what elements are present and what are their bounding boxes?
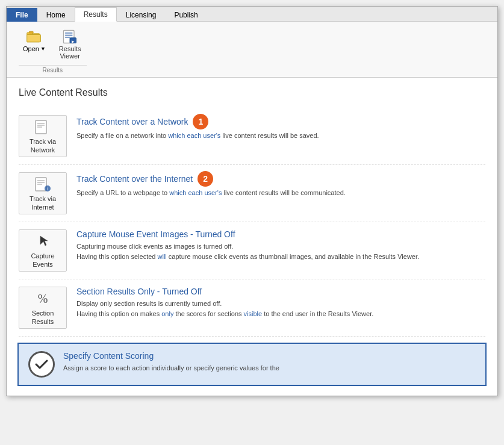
track-network-text: Track Content over a Network 1 Specify a… (76, 115, 485, 141)
tab-results[interactable]: Results (75, 7, 117, 22)
highlighted-action-desc: Assign a score to each action individual… (63, 363, 279, 373)
capture-events-icon (34, 232, 51, 249)
action-item-capture-events: Capture Events Capture Mouse Event Image… (19, 222, 485, 279)
checkmark-icon (33, 356, 50, 373)
app-window: File Home Results Licensing Publish (6, 6, 498, 396)
main-content: Live Content Results Track via Network T… (7, 78, 497, 396)
capture-events-text: Capture Mouse Event Images - Turned Off … (76, 229, 485, 261)
highlighted-action-text: Specify Content Scoring Assign a score t… (63, 351, 279, 373)
highlighted-action-item[interactable]: Specify Content Scoring Assign a score t… (17, 343, 487, 386)
results-viewer-icon: ▶ (61, 28, 78, 45)
track-internet-button[interactable]: i Track via Internet (19, 172, 67, 214)
section-results-button[interactable]: % Section Results (19, 287, 67, 329)
section-results-icon: % (34, 290, 51, 307)
results-viewer-button[interactable]: ▶ Results Viewer (54, 25, 87, 63)
capture-events-button[interactable]: Capture Events (19, 229, 67, 272)
svg-rect-3 (29, 31, 33, 33)
action-item-track-internet: i Track via Internet Track Content over … (19, 165, 485, 222)
capture-events-title: Capture Mouse Event Images - Turned Off (76, 229, 235, 239)
tab-home[interactable]: Home (37, 8, 75, 22)
ribbon-group-label: Results (19, 65, 87, 73)
step-badge-2: 2 (198, 171, 213, 187)
track-network-button[interactable]: Track via Network (19, 115, 67, 157)
track-internet-label: Track via Internet (30, 194, 56, 212)
ribbon-content: Open ▼ ▶ Resu (7, 22, 497, 77)
track-internet-title: Track Content over the Internet (76, 174, 193, 184)
tab-file[interactable]: File (7, 8, 37, 22)
track-internet-desc: Specify a URL to a webpage to which each… (76, 188, 485, 198)
section-results-desc: Display only section results is currentl… (76, 299, 485, 319)
track-network-label: Track via Network (30, 137, 56, 155)
checkmark-circle (28, 351, 55, 378)
tab-publish[interactable]: Publish (165, 8, 207, 22)
capture-events-desc: Capturing mouse click events as images i… (76, 241, 485, 261)
open-button-top (26, 28, 43, 45)
svg-text:%: % (38, 292, 48, 305)
track-internet-text: Track Content over the Internet 2 Specif… (76, 172, 485, 198)
track-network-title-row: Track Content over a Network 1 (76, 115, 485, 131)
results-viewer-label: Results Viewer (59, 45, 81, 60)
open-button[interactable]: Open ▼ (19, 25, 50, 63)
highlighted-title-row: Specify Content Scoring (63, 351, 279, 363)
track-internet-title-row: Track Content over the Internet 2 (76, 172, 485, 188)
svg-text:▶: ▶ (72, 39, 75, 43)
open-dropdown-arrow: ▼ (40, 46, 46, 52)
track-network-icon (34, 118, 51, 135)
step-badge-1: 1 (193, 114, 208, 129)
page-title: Live Content Results (19, 87, 485, 98)
open-folder-icon (26, 28, 43, 45)
section-results-title-row: Section Results Only - Turned Off (76, 287, 485, 299)
ribbon-tab-bar: File Home Results Licensing Publish (7, 7, 497, 22)
capture-events-title-row: Capture Mouse Event Images - Turned Off (76, 229, 485, 241)
track-network-title: Track Content over a Network (76, 117, 188, 126)
section-results-text: Section Results Only - Turned Off Displa… (76, 287, 485, 319)
ribbon-buttons: Open ▼ ▶ Resu (19, 25, 87, 63)
ribbon: File Home Results Licensing Publish (7, 7, 497, 78)
svg-rect-2 (27, 35, 41, 42)
section-results-label: Section Results (32, 309, 54, 326)
action-item-track-network: Track via Network Track Content over a N… (19, 108, 485, 165)
ribbon-group-results: Open ▼ ▶ Resu (13, 25, 93, 73)
tab-licensing[interactable]: Licensing (117, 8, 166, 22)
track-network-desc: Specify a file on a network into which e… (76, 131, 485, 141)
open-button-label: Open ▼ (23, 45, 46, 52)
action-item-section-results: % Section Results Section Results Only -… (19, 279, 485, 337)
section-results-title: Section Results Only - Turned Off (76, 287, 202, 296)
highlighted-action-title: Specify Content Scoring (63, 351, 154, 361)
capture-events-label: Capture Events (31, 252, 54, 269)
track-internet-icon: i (34, 175, 51, 192)
